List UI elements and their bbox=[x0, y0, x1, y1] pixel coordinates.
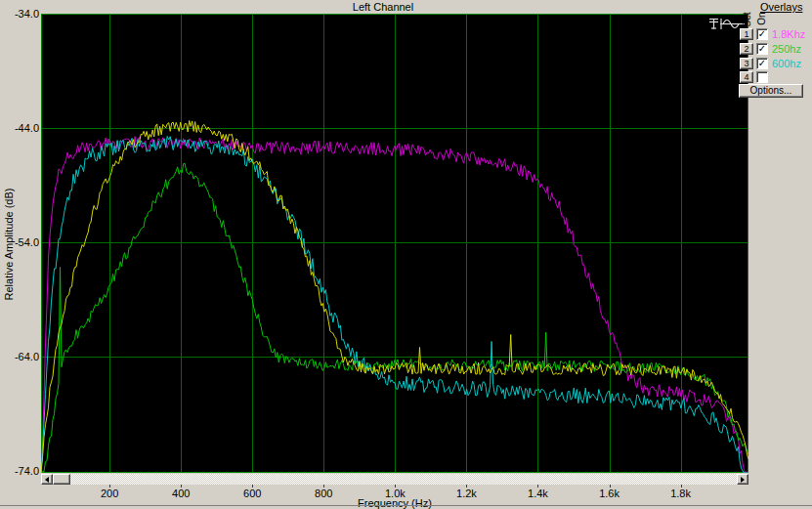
overlay-checkbox-3[interactable]: ✓ bbox=[756, 58, 768, 69]
overlay-set-button-1[interactable]: 1 bbox=[740, 28, 753, 40]
scroll-left-button[interactable] bbox=[41, 474, 53, 485]
horizontal-scrollbar[interactable] bbox=[41, 474, 748, 485]
scroll-right-button[interactable] bbox=[737, 474, 748, 485]
y-tick-label: -44.0 bbox=[0, 122, 39, 134]
set-column-label: Set bbox=[742, 12, 752, 26]
spectrum-chart bbox=[41, 14, 748, 473]
overlay-label-1: 1.8Khz bbox=[772, 28, 805, 40]
overlay-checkbox-4[interactable] bbox=[756, 71, 768, 83]
check-icon: ✓ bbox=[758, 58, 766, 68]
app-window: Left Channel Relative Amplitude (dB) -34… bbox=[0, 0, 812, 509]
plot-area bbox=[41, 14, 748, 473]
scroll-thumb[interactable] bbox=[53, 474, 70, 485]
y-tick-label: -64.0 bbox=[0, 351, 39, 362]
overlay-label-3: 600hz bbox=[772, 58, 801, 69]
overlay-set-button-2[interactable]: 2 bbox=[740, 43, 753, 55]
check-icon: ✓ bbox=[758, 28, 766, 39]
x-axis-title: Frequency (Hz) bbox=[41, 497, 748, 509]
overlay-checkbox-1[interactable]: ✓ bbox=[756, 28, 768, 40]
arrow-right-icon bbox=[741, 477, 748, 483]
options-button[interactable]: Options... bbox=[739, 84, 803, 98]
overlay-set-button-3[interactable]: 3 bbox=[740, 58, 753, 69]
overlay-checkbox-2[interactable]: ✓ bbox=[756, 43, 768, 55]
y-tick-label: -54.0 bbox=[0, 236, 39, 248]
chart-title: Left Channel bbox=[41, 1, 725, 13]
window-bottom-border bbox=[0, 505, 812, 506]
y-tick-label: -34.0 bbox=[0, 8, 39, 20]
overlays-heading: Overlays bbox=[760, 1, 802, 13]
overlay-set-button-4[interactable]: 4 bbox=[740, 71, 753, 83]
y-tick-label: -74.0 bbox=[0, 465, 39, 477]
check-icon: ✓ bbox=[758, 43, 766, 54]
overlay-label-2: 250hz bbox=[772, 43, 801, 55]
arrow-left-icon bbox=[42, 477, 49, 483]
on-column-label: On bbox=[756, 12, 767, 24]
